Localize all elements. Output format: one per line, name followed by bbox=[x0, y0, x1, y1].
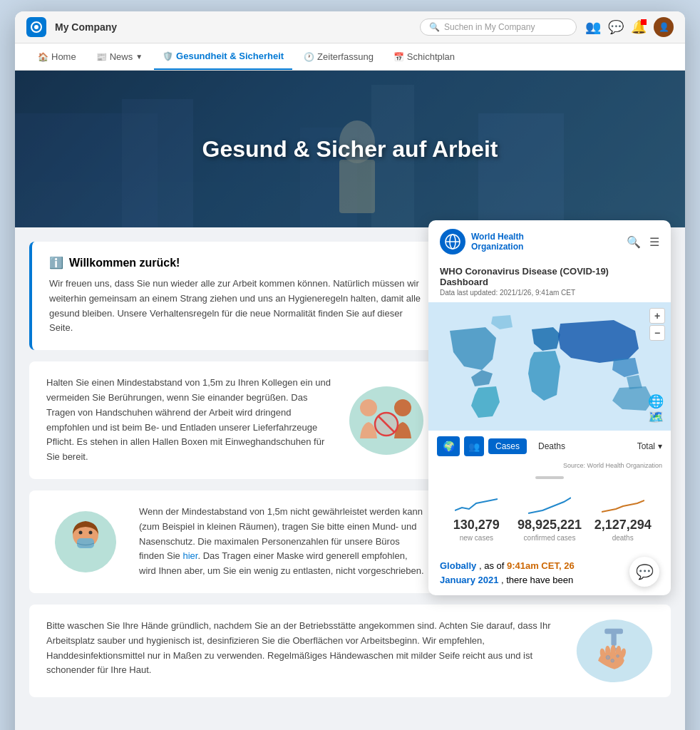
search-bar[interactable]: 🔍 Suchen in My Company bbox=[420, 19, 577, 36]
zoom-in-button[interactable]: + bbox=[649, 308, 665, 324]
people-illustration bbox=[347, 389, 426, 453]
who-stat-new-cases: 130,279 new cases bbox=[440, 493, 513, 542]
welcome-title: ℹ️ Willkommen zurück! bbox=[49, 256, 426, 269]
app-logo-dot bbox=[34, 25, 38, 29]
who-scroll-indicator bbox=[428, 476, 671, 479]
who-title-section: WHO Coronavirus Disease (COVID-19)Dashbo… bbox=[428, 263, 671, 302]
info-circle-icon: ℹ️ bbox=[49, 256, 63, 269]
svg-point-25 bbox=[611, 645, 616, 657]
info-card-mask: Wenn der Mindestabstand von 1,5m nicht g… bbox=[29, 490, 443, 593]
top-icons: 👥 💬 🔔 👤 bbox=[585, 17, 674, 37]
nav-health-safety[interactable]: 🛡️ Gesundheit & Sicherheit bbox=[154, 43, 292, 70]
hands-text: Bitte waschen Sie Ihre Hände gründlich, … bbox=[46, 619, 561, 678]
map-layer-button[interactable]: 🗺️ bbox=[648, 409, 664, 425]
who-map: + − 🌐 🗺️ bbox=[428, 302, 671, 431]
shield-icon: 🛡️ bbox=[163, 51, 173, 61]
svg-rect-7 bbox=[339, 160, 375, 213]
hero-section: Gesund & Sicher auf Arbeit bbox=[15, 71, 685, 227]
clock-icon: 🕐 bbox=[304, 52, 314, 62]
nav-news[interactable]: 📰 News ▼ bbox=[88, 44, 151, 69]
new-cases-value: 130,279 bbox=[440, 518, 513, 533]
new-cases-label: new cases bbox=[440, 534, 513, 542]
app-logo bbox=[26, 17, 46, 37]
deaths-value: 2,127,294 bbox=[586, 518, 659, 533]
who-search-icon[interactable]: 🔍 bbox=[627, 235, 641, 249]
who-deaths-tab[interactable]: Deaths bbox=[531, 438, 572, 454]
who-header-icons: 🔍 ☰ bbox=[627, 235, 659, 249]
dropdown-chevron-icon: ▾ bbox=[658, 441, 662, 451]
mask-link[interactable]: hier bbox=[182, 550, 197, 561]
welcome-text: Wir freuen uns, dass Sie nun wieder alle… bbox=[49, 277, 426, 336]
there-have-been-text: , there have been bbox=[501, 575, 573, 585]
svg-point-30 bbox=[611, 659, 614, 662]
svg-point-29 bbox=[617, 654, 619, 657]
who-source-credit: Source: World Health Organization bbox=[428, 462, 671, 473]
confirmed-value: 98,925,221 bbox=[513, 518, 587, 533]
global-date: January 2021 bbox=[440, 575, 498, 585]
confirmed-label: confirmed cases bbox=[513, 534, 587, 542]
globe-icon bbox=[444, 233, 461, 250]
who-stats: 130,279 new cases 98,925,221 confirmed c… bbox=[428, 482, 671, 553]
who-dashboard-title: WHO Coronavirus Disease (COVID-19)Dashbo… bbox=[440, 266, 659, 287]
mask-text: Wenn der Mindestabstand von 1,5m nicht g… bbox=[139, 505, 426, 579]
who-stat-confirmed: 98,925,221 confirmed cases bbox=[513, 493, 587, 542]
search-placeholder: Suchen in My Company bbox=[444, 22, 535, 32]
confirmed-chart bbox=[513, 493, 587, 515]
calendar-icon: 📅 bbox=[393, 52, 404, 62]
world-map-svg bbox=[428, 302, 671, 431]
top-bar: My Company 🔍 Suchen in My Company 👥 💬 🔔 … bbox=[15, 11, 685, 43]
who-cases-tab[interactable]: Cases bbox=[488, 438, 527, 454]
new-cases-sparkline bbox=[455, 495, 498, 515]
app-title: My Company bbox=[55, 21, 411, 33]
who-total-label: Total bbox=[637, 441, 655, 451]
svg-point-9 bbox=[360, 399, 377, 416]
chat-icon[interactable]: 💬 bbox=[608, 19, 624, 35]
who-header: World HealthOrganization 🔍 ☰ bbox=[428, 220, 671, 263]
who-widget: World HealthOrganization 🔍 ☰ WHO Coronav… bbox=[428, 220, 671, 595]
who-globe-tab-icon[interactable]: 🌍 bbox=[437, 436, 460, 456]
nav-shift-label: Schichtplan bbox=[407, 51, 455, 62]
info-card-distance: Halten Sie einen Mindestabstand von 1,5m… bbox=[29, 361, 443, 479]
svg-rect-20 bbox=[604, 629, 623, 634]
map-globe-button[interactable]: 🌐 bbox=[648, 394, 664, 409]
nav-shift-plan[interactable]: 📅 Schichtplan bbox=[385, 44, 463, 69]
svg-rect-17 bbox=[77, 538, 94, 548]
nav-home[interactable]: 🏠 Home bbox=[29, 44, 85, 69]
people-no-contact-svg bbox=[347, 385, 426, 456]
zoom-out-button[interactable]: − bbox=[649, 325, 665, 341]
who-scroll-bar bbox=[535, 476, 564, 479]
map-controls: + − bbox=[649, 308, 665, 341]
hands-illustration bbox=[575, 619, 654, 683]
welcome-card: ℹ️ Willkommen zurück! Wir freuen uns, da… bbox=[29, 242, 443, 350]
who-data-updated: Data last updated: 2021/1/26, 9:41am CET bbox=[440, 289, 659, 297]
who-logo: World HealthOrganization bbox=[440, 229, 524, 255]
as-of-text: , as of bbox=[479, 560, 507, 571]
who-total-select[interactable]: Total ▾ bbox=[637, 441, 662, 451]
svg-point-15 bbox=[79, 530, 83, 534]
nav-time-tracking[interactable]: 🕐 Zeiterfassung bbox=[295, 44, 382, 69]
who-people-tab-icon[interactable]: 👥 bbox=[464, 436, 484, 456]
nav-home-label: Home bbox=[51, 51, 76, 62]
hero-title: Gesund & Sicher auf Arbeit bbox=[202, 136, 498, 163]
chat-bubble-button[interactable]: 💬 bbox=[629, 557, 659, 587]
deaths-sparkline bbox=[602, 495, 644, 515]
deaths-chart bbox=[586, 493, 659, 515]
user-avatar[interactable]: 👤 bbox=[654, 17, 674, 37]
app-logo-inner bbox=[31, 21, 42, 33]
who-tabs: 🌍 👥 Cases Deaths Total ▾ bbox=[428, 431, 671, 462]
news-icon: 📰 bbox=[96, 52, 107, 62]
dropdown-arrow-icon: ▼ bbox=[135, 53, 143, 61]
search-icon: 🔍 bbox=[429, 22, 440, 32]
mask-person-svg bbox=[53, 510, 118, 574]
notification-badge bbox=[641, 19, 647, 25]
browser-window: My Company 🔍 Suchen in My Company 👥 💬 🔔 … bbox=[15, 11, 685, 730]
deaths-label: deaths bbox=[586, 534, 659, 542]
distance-text: Halten Sie einen Mindestabstand von 1,5m… bbox=[46, 376, 333, 465]
svg-point-16 bbox=[89, 530, 93, 534]
who-menu-icon[interactable]: ☰ bbox=[649, 235, 659, 249]
mask-illustration bbox=[46, 510, 125, 574]
nav-bar: 🏠 Home 📰 News ▼ 🛡️ Gesundheit & Sicherhe… bbox=[15, 43, 685, 71]
nav-time-label: Zeiterfassung bbox=[317, 51, 374, 62]
svg-point-28 bbox=[606, 655, 610, 659]
people-icon[interactable]: 👥 bbox=[585, 19, 601, 35]
